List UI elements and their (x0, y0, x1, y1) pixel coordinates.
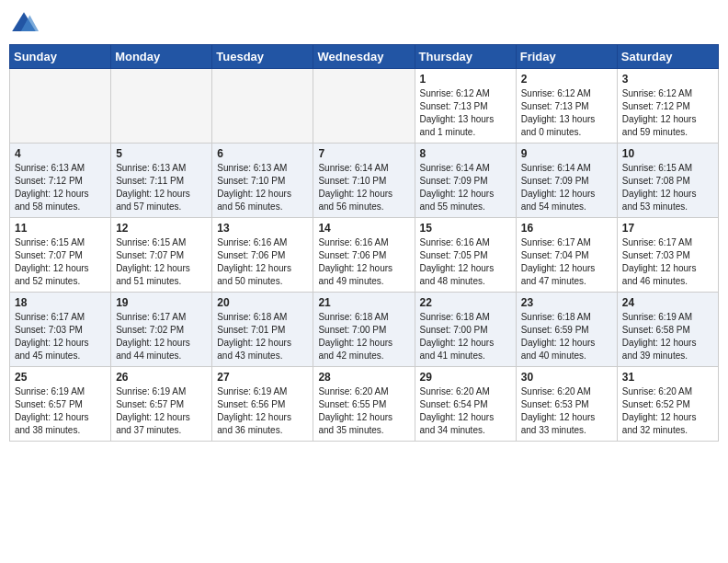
calendar-cell: 9Sunrise: 6:14 AM Sunset: 7:09 PM Daylig… (516, 144, 617, 218)
day-number: 1 (420, 73, 511, 86)
cell-content: Sunrise: 6:12 AM Sunset: 7:12 PM Dayligh… (622, 87, 713, 139)
day-number: 18 (15, 296, 106, 309)
cell-content: Sunrise: 6:19 AM Sunset: 6:57 PM Dayligh… (15, 385, 106, 437)
day-number: 13 (217, 222, 308, 235)
calendar-cell: 14Sunrise: 6:16 AM Sunset: 7:06 PM Dayli… (313, 218, 415, 293)
calendar-week-1: 1Sunrise: 6:12 AM Sunset: 7:13 PM Daylig… (10, 69, 719, 144)
day-number: 16 (521, 222, 612, 235)
cell-content: Sunrise: 6:15 AM Sunset: 7:08 PM Dayligh… (622, 162, 713, 213)
cell-content: Sunrise: 6:20 AM Sunset: 6:52 PM Dayligh… (622, 385, 713, 437)
cell-content: Sunrise: 6:20 AM Sunset: 6:53 PM Dayligh… (521, 385, 612, 437)
day-number: 21 (318, 296, 409, 309)
calendar-cell: 27Sunrise: 6:19 AM Sunset: 6:56 PM Dayli… (212, 367, 313, 442)
calendar-cell: 17Sunrise: 6:17 AM Sunset: 7:03 PM Dayli… (617, 218, 718, 293)
calendar-week-3: 11Sunrise: 6:15 AM Sunset: 7:07 PM Dayli… (10, 218, 719, 293)
calendar-week-5: 25Sunrise: 6:19 AM Sunset: 6:57 PM Dayli… (10, 367, 719, 442)
calendar-cell: 22Sunrise: 6:18 AM Sunset: 7:00 PM Dayli… (415, 293, 516, 367)
cell-content: Sunrise: 6:17 AM Sunset: 7:04 PM Dayligh… (521, 236, 612, 288)
weekday-header-sunday: Sunday (10, 45, 111, 69)
calendar-cell: 28Sunrise: 6:20 AM Sunset: 6:55 PM Dayli… (313, 367, 415, 442)
cell-content: Sunrise: 6:16 AM Sunset: 7:06 PM Dayligh… (318, 236, 409, 288)
calendar-cell: 29Sunrise: 6:20 AM Sunset: 6:54 PM Dayli… (415, 367, 516, 442)
calendar-cell: 20Sunrise: 6:18 AM Sunset: 7:01 PM Dayli… (212, 293, 313, 367)
day-number: 19 (116, 296, 207, 309)
calendar-cell: 23Sunrise: 6:18 AM Sunset: 6:59 PM Dayli… (516, 293, 617, 367)
day-number: 2 (521, 73, 612, 86)
day-number: 20 (217, 296, 308, 309)
calendar-cell: 10Sunrise: 6:15 AM Sunset: 7:08 PM Dayli… (617, 144, 718, 218)
calendar-cell: 8Sunrise: 6:14 AM Sunset: 7:09 PM Daylig… (415, 144, 516, 218)
day-number: 3 (622, 73, 713, 86)
cell-content: Sunrise: 6:13 AM Sunset: 7:11 PM Dayligh… (116, 162, 207, 213)
day-number: 24 (622, 296, 713, 309)
day-number: 31 (622, 371, 713, 384)
cell-content: Sunrise: 6:16 AM Sunset: 7:06 PM Dayligh… (217, 236, 308, 288)
calendar-cell: 7Sunrise: 6:14 AM Sunset: 7:10 PM Daylig… (313, 144, 415, 218)
weekday-header-wednesday: Wednesday (313, 45, 415, 69)
day-number: 8 (420, 147, 511, 160)
calendar-cell: 4Sunrise: 6:13 AM Sunset: 7:12 PM Daylig… (10, 144, 111, 218)
weekday-header-row: SundayMondayTuesdayWednesdayThursdayFrid… (10, 45, 719, 69)
day-number: 17 (622, 222, 713, 235)
cell-content: Sunrise: 6:17 AM Sunset: 7:02 PM Dayligh… (116, 311, 207, 362)
day-number: 29 (420, 371, 511, 384)
day-number: 14 (318, 222, 409, 235)
day-number: 4 (15, 147, 106, 160)
day-number: 27 (217, 371, 308, 384)
cell-content: Sunrise: 6:12 AM Sunset: 7:13 PM Dayligh… (420, 87, 511, 139)
day-number: 5 (116, 147, 207, 160)
calendar-cell: 31Sunrise: 6:20 AM Sunset: 6:52 PM Dayli… (617, 367, 718, 442)
cell-content: Sunrise: 6:19 AM Sunset: 6:56 PM Dayligh… (217, 385, 308, 437)
calendar-cell: 15Sunrise: 6:16 AM Sunset: 7:05 PM Dayli… (415, 218, 516, 293)
cell-content: Sunrise: 6:18 AM Sunset: 7:00 PM Dayligh… (420, 311, 511, 362)
calendar-cell: 19Sunrise: 6:17 AM Sunset: 7:02 PM Dayli… (111, 293, 212, 367)
cell-content: Sunrise: 6:20 AM Sunset: 6:54 PM Dayligh… (420, 385, 511, 437)
day-number: 6 (217, 147, 308, 160)
day-number: 9 (521, 147, 612, 160)
calendar-cell (10, 69, 111, 144)
weekday-header-thursday: Thursday (415, 45, 516, 69)
calendar-cell: 11Sunrise: 6:15 AM Sunset: 7:07 PM Dayli… (10, 218, 111, 293)
calendar-cell (313, 69, 415, 144)
cell-content: Sunrise: 6:15 AM Sunset: 7:07 PM Dayligh… (15, 236, 106, 288)
day-number: 22 (420, 296, 511, 309)
weekday-header-monday: Monday (111, 45, 212, 69)
logo-icon (9, 9, 39, 39)
weekday-header-friday: Friday (516, 45, 617, 69)
day-number: 7 (318, 147, 409, 160)
cell-content: Sunrise: 6:18 AM Sunset: 7:01 PM Dayligh… (217, 311, 308, 362)
day-number: 28 (318, 371, 409, 384)
day-number: 11 (15, 222, 106, 235)
cell-content: Sunrise: 6:18 AM Sunset: 6:59 PM Dayligh… (521, 311, 612, 362)
calendar-table: SundayMondayTuesdayWednesdayThursdayFrid… (9, 44, 719, 442)
weekday-header-saturday: Saturday (617, 45, 718, 69)
cell-content: Sunrise: 6:16 AM Sunset: 7:05 PM Dayligh… (420, 236, 511, 288)
cell-content: Sunrise: 6:20 AM Sunset: 6:55 PM Dayligh… (318, 385, 409, 437)
calendar-cell: 21Sunrise: 6:18 AM Sunset: 7:00 PM Dayli… (313, 293, 415, 367)
day-number: 23 (521, 296, 612, 309)
calendar-cell: 3Sunrise: 6:12 AM Sunset: 7:12 PM Daylig… (617, 69, 718, 144)
cell-content: Sunrise: 6:14 AM Sunset: 7:10 PM Dayligh… (318, 162, 409, 213)
cell-content: Sunrise: 6:19 AM Sunset: 6:58 PM Dayligh… (622, 311, 713, 362)
cell-content: Sunrise: 6:15 AM Sunset: 7:07 PM Dayligh… (116, 236, 207, 288)
cell-content: Sunrise: 6:18 AM Sunset: 7:00 PM Dayligh… (318, 311, 409, 362)
cell-content: Sunrise: 6:14 AM Sunset: 7:09 PM Dayligh… (420, 162, 511, 213)
weekday-header-tuesday: Tuesday (212, 45, 313, 69)
calendar-cell: 1Sunrise: 6:12 AM Sunset: 7:13 PM Daylig… (415, 69, 516, 144)
calendar-week-2: 4Sunrise: 6:13 AM Sunset: 7:12 PM Daylig… (10, 144, 719, 218)
calendar-cell: 5Sunrise: 6:13 AM Sunset: 7:11 PM Daylig… (111, 144, 212, 218)
calendar-cell: 2Sunrise: 6:12 AM Sunset: 7:13 PM Daylig… (516, 69, 617, 144)
calendar-cell: 13Sunrise: 6:16 AM Sunset: 7:06 PM Dayli… (212, 218, 313, 293)
cell-content: Sunrise: 6:17 AM Sunset: 7:03 PM Dayligh… (622, 236, 713, 288)
calendar-cell: 12Sunrise: 6:15 AM Sunset: 7:07 PM Dayli… (111, 218, 212, 293)
cell-content: Sunrise: 6:13 AM Sunset: 7:12 PM Dayligh… (15, 162, 106, 213)
day-number: 10 (622, 147, 713, 160)
calendar-cell: 16Sunrise: 6:17 AM Sunset: 7:04 PM Dayli… (516, 218, 617, 293)
calendar-cell: 6Sunrise: 6:13 AM Sunset: 7:10 PM Daylig… (212, 144, 313, 218)
day-number: 26 (116, 371, 207, 384)
calendar-cell: 24Sunrise: 6:19 AM Sunset: 6:58 PM Dayli… (617, 293, 718, 367)
calendar-cell: 18Sunrise: 6:17 AM Sunset: 7:03 PM Dayli… (10, 293, 111, 367)
calendar-week-4: 18Sunrise: 6:17 AM Sunset: 7:03 PM Dayli… (10, 293, 719, 367)
cell-content: Sunrise: 6:19 AM Sunset: 6:57 PM Dayligh… (116, 385, 207, 437)
day-number: 30 (521, 371, 612, 384)
